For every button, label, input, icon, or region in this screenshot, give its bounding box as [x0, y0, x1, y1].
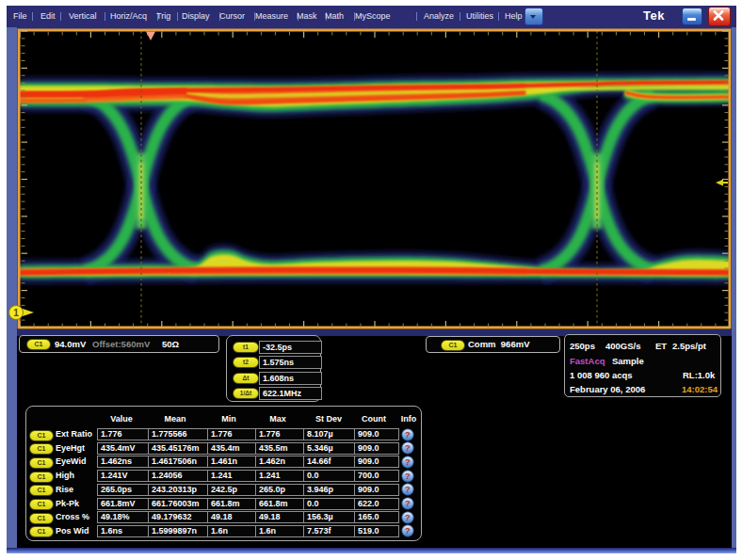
svg-text:?: ?: [405, 429, 411, 440]
svg-text:?: ?: [405, 485, 411, 495]
svg-text:1: 1: [13, 308, 19, 318]
svg-text:?: ?: [405, 471, 411, 481]
svg-text:?: ?: [405, 443, 411, 454]
svg-text:?: ?: [405, 498, 411, 508]
svg-text:?: ?: [405, 512, 411, 522]
svg-text:?: ?: [405, 526, 411, 536]
svg-text:?: ?: [405, 456, 411, 467]
